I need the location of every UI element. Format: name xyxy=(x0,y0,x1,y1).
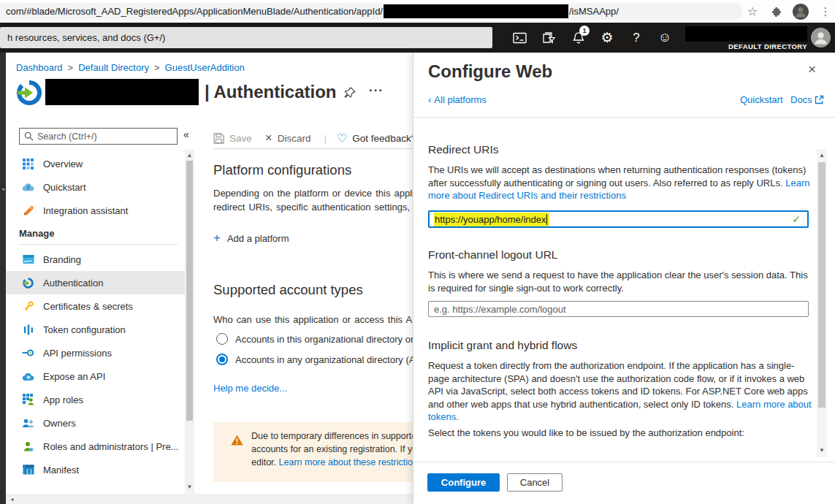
all-platforms-back-link[interactable]: ‹All platforms xyxy=(428,94,487,105)
sidebar-item-branding[interactable]: Branding xyxy=(6,248,185,271)
global-search-input[interactable]: h resources, services, and docs (G+/) xyxy=(0,27,492,48)
discard-x-icon: × xyxy=(265,133,272,143)
api-plug-icon xyxy=(22,347,34,359)
sidebar-search-input[interactable]: Search (Ctrl+/) xyxy=(19,128,178,145)
hscroll-left-icon[interactable]: ◂ xyxy=(7,496,17,503)
sidebar-item-api-permissions[interactable]: API permissions xyxy=(6,341,185,364)
sidebar-item-label: Authentication xyxy=(43,278,103,289)
panel-scrollbar-thumb[interactable] xyxy=(818,162,826,408)
token-bars-icon xyxy=(22,324,34,336)
radio-single-tenant-label: Accounts in this organizational director… xyxy=(235,334,413,345)
browser-menu-dots-icon[interactable]: ⋮ xyxy=(817,0,834,23)
front-channel-logout-desc: This is where we send a request to have … xyxy=(428,269,812,294)
sidebar-item-expose-an-api[interactable]: Expose an API xyxy=(6,364,185,388)
save-button[interactable]: Save xyxy=(213,133,252,144)
docs-label: Docs xyxy=(790,94,812,105)
browser-address-bar[interactable]: com/#blade/Microsoft_AAD_RegisteredApps/… xyxy=(0,3,742,20)
sidebar-collapse-button[interactable]: « xyxy=(183,129,189,140)
pin-icon[interactable] xyxy=(343,86,357,99)
sidebar-item-label: Token configuration xyxy=(43,324,126,335)
sidebar-item-label: Quickstart xyxy=(43,182,86,193)
person-admin-icon xyxy=(22,440,34,453)
implicit-grant-desc: Request a token directly from the author… xyxy=(428,359,812,424)
implicit-grant-heading: Implicit grant and hybrid flows xyxy=(428,339,577,352)
sidebar-item-label: Owners xyxy=(43,418,76,429)
sidebar-item-label: API permissions xyxy=(43,348,112,359)
azure-topbar: h resources, services, and docs (G+/) 1 … xyxy=(0,23,835,53)
configure-button[interactable]: Configure xyxy=(427,473,500,492)
sidebar-item-manifest[interactable]: { } Manifest xyxy=(6,458,185,481)
panel-scrollbar-up-icon[interactable]: ▲ xyxy=(817,152,827,159)
settings-gear-icon[interactable]: ⚙ xyxy=(598,23,617,53)
discard-button[interactable]: × Discard xyxy=(265,133,311,144)
warning-line2: accounts for an existing registration. I… xyxy=(251,444,413,454)
sidebar-item-certificates-secrets[interactable]: Certificates & secrets xyxy=(6,294,185,318)
panel-scrollbar-down-icon[interactable]: ▼ xyxy=(817,447,827,454)
extensions-puzzle-icon[interactable] xyxy=(767,0,785,23)
directory-filter-icon[interactable] xyxy=(539,23,558,53)
cancel-button[interactable]: Cancel xyxy=(507,473,563,492)
sidebar-item-roles-administrators[interactable]: Roles and administrators | Pre... xyxy=(6,435,185,458)
toolbar-divider: | xyxy=(324,133,327,144)
auth-arrow-circle-icon xyxy=(22,277,34,289)
quickstart-link[interactable]: Quickstart xyxy=(740,94,783,105)
breadcrumb-guestuseraddition[interactable]: GuestUserAddition xyxy=(165,62,245,73)
cloud-bolt-icon xyxy=(22,181,34,194)
radio-multitenant-label: Accounts in any organizational directory… xyxy=(235,354,413,365)
radio-single-tenant[interactable]: Accounts in this organizational director… xyxy=(216,333,413,345)
plus-icon: + xyxy=(213,231,221,245)
platform-configurations-heading: Platform configurations xyxy=(213,162,351,178)
portal-profile-avatar[interactable] xyxy=(811,28,831,47)
account-email-redaction-box xyxy=(685,26,807,42)
cloud-icon xyxy=(22,370,34,383)
sidebar-scrollbar-thumb[interactable] xyxy=(186,161,193,421)
breadcrumb-default-directory[interactable]: Default Directory xyxy=(78,62,149,73)
learn-more-restrictions-link[interactable]: Learn more about these restrictions. xyxy=(279,457,413,467)
sidebar-item-owners[interactable]: Owners xyxy=(6,411,185,435)
title-overflow-menu[interactable]: ··· xyxy=(369,83,384,98)
add-platform-button[interactable]: + Add a platform xyxy=(213,231,289,245)
breadcrumb-separator: > xyxy=(68,62,74,73)
help-icon[interactable]: ? xyxy=(627,23,646,53)
radio-multitenant[interactable]: Accounts in any organizational directory… xyxy=(216,354,413,365)
sidebar-item-token-configuration[interactable]: Token configuration xyxy=(6,318,185,341)
radio-selected-icon[interactable] xyxy=(216,354,228,365)
help-me-decide-link[interactable]: Help me decide... xyxy=(213,383,287,394)
breadcrumb-dashboard[interactable]: Dashboard xyxy=(16,62,63,73)
browser-profile-avatar[interactable] xyxy=(790,0,811,23)
breadcrumb-separator: > xyxy=(154,62,160,73)
sidebar-scrollbar-up-icon[interactable]: ▲ xyxy=(185,152,194,159)
save-label: Save xyxy=(229,133,252,144)
sidebar-scrollbar-down-icon[interactable]: ▼ xyxy=(185,484,194,490)
breadcrumb: Dashboard>Default Directory>GuestUserAdd… xyxy=(16,62,245,73)
got-feedback-label: Got feedback? xyxy=(352,133,413,144)
left-edge-strip: ◂ xyxy=(0,53,6,504)
sidebar-item-integration-assistant[interactable]: Integration assistant xyxy=(6,199,185,222)
configure-web-panel: Configure Web × ‹All platforms Quickstar… xyxy=(413,53,835,504)
redirect-uri-input[interactable]: https://youapp/home/index ✓ xyxy=(428,210,809,228)
sidebar-item-authentication[interactable]: Authentication xyxy=(6,271,185,294)
redirect-uri-value: https://youapp/home/index xyxy=(434,213,549,226)
url-text-prefix: com/#blade/Microsoft_AAD_RegisteredApps/… xyxy=(6,6,383,17)
sidebar-item-app-roles[interactable]: App roles xyxy=(6,388,185,411)
sidebar-item-quickstart[interactable]: Quickstart xyxy=(6,175,185,199)
people-icon xyxy=(22,417,34,429)
got-feedback-button[interactable]: ♡ Got feedback? xyxy=(337,131,413,145)
panel-title: Configure Web xyxy=(428,61,552,82)
strip-collapse-arrow-icon[interactable]: ◂ xyxy=(0,186,6,192)
logout-url-input[interactable] xyxy=(428,301,809,317)
blade-horizontal-scrollbar[interactable]: ◂ xyxy=(6,494,413,504)
browser-bar: com/#blade/Microsoft_AAD_RegisteredApps/… xyxy=(0,0,835,23)
sidebar-item-label: Manifest xyxy=(43,465,79,476)
bookmark-star-icon[interactable]: ☆ xyxy=(744,0,761,23)
cloud-shell-icon[interactable] xyxy=(510,23,529,53)
sidebar-item-label: App roles xyxy=(43,394,83,405)
sidebar-manage-divider xyxy=(19,244,178,245)
warning-box: Due to temporary differences in supporte… xyxy=(213,422,413,482)
close-icon[interactable]: × xyxy=(808,61,816,77)
radio-unselected-icon[interactable] xyxy=(216,333,228,345)
front-channel-logout-heading: Front-channel logout URL xyxy=(428,248,558,261)
docs-link[interactable]: Docs xyxy=(790,94,824,105)
panel-footer-divider xyxy=(413,462,835,462)
sidebar-item-overview[interactable]: Overview xyxy=(6,152,185,175)
